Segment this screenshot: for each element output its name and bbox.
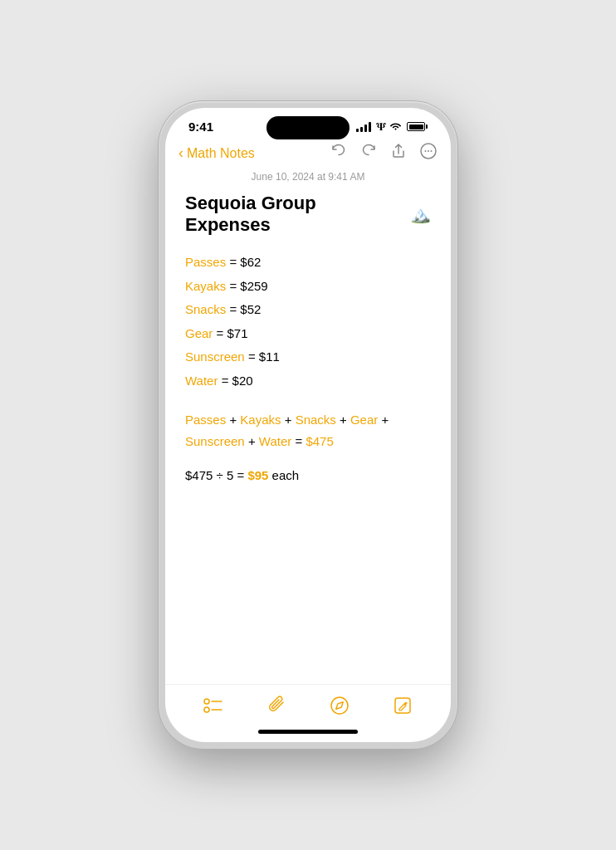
svg-point-6 <box>204 707 209 712</box>
expense-sunscreen: Sunscreen = $11 <box>185 345 431 369</box>
svg-point-8 <box>331 697 348 714</box>
dynamic-island <box>266 116 350 139</box>
redo-button[interactable] <box>359 142 378 164</box>
phone-frame: 9:41 𝚿 <box>159 101 457 749</box>
home-bar <box>258 730 358 734</box>
expense-water: Water = $20 <box>185 369 431 393</box>
status-bar: 9:41 𝚿 <box>165 108 451 139</box>
checklist-icon[interactable] <box>203 696 225 715</box>
nav-bar: ‹ Math Notes <box>165 139 451 171</box>
phone-screen: 9:41 𝚿 <box>165 108 451 742</box>
chevron-left-icon: ‹ <box>178 144 183 162</box>
back-button[interactable]: ‹ Math Notes <box>178 144 255 162</box>
signal-icon <box>356 122 371 132</box>
expense-passes: Passes = $62 <box>185 251 431 275</box>
nav-action-icons <box>330 142 438 164</box>
formula-line-1: Passes + Kayaks + Snacks + Gear + <box>185 409 431 431</box>
wifi-icon: 𝚿 <box>376 120 402 134</box>
battery-icon <box>407 122 428 131</box>
paperclip-icon[interactable] <box>268 695 286 716</box>
formula-line-2: Sunscreen + Water = $475 <box>185 431 431 452</box>
expenses-list: Passes = $62 Kayaks = $259 Snacks = $52 … <box>185 251 431 393</box>
status-time: 9:41 <box>188 120 213 134</box>
status-icons: 𝚿 <box>356 120 428 134</box>
svg-point-2 <box>428 150 429 152</box>
expense-gear: Gear = $71 <box>185 322 431 346</box>
expense-kayaks: Kayaks = $259 <box>185 275 431 299</box>
undo-button[interactable] <box>330 142 348 164</box>
nav-back-label: Math Notes <box>187 146 255 161</box>
calc-line: $475 ÷ 5 = $95 each <box>185 468 431 482</box>
bottom-toolbar <box>165 684 451 725</box>
home-indicator <box>165 725 451 742</box>
compass-icon[interactable] <box>330 696 350 716</box>
note-content: June 10, 2024 at 9:41 AM Sequoia Group E… <box>165 171 451 684</box>
note-title: Sequoia Group Expenses 🏔️ <box>185 193 431 236</box>
date-stamp: June 10, 2024 at 9:41 AM <box>185 171 431 183</box>
share-button[interactable] <box>389 142 408 164</box>
formula-block: Passes + Kayaks + Snacks + Gear + Sunscr… <box>185 409 431 452</box>
svg-point-4 <box>204 699 209 704</box>
expense-snacks: Snacks = $52 <box>185 298 431 322</box>
edit-icon[interactable] <box>393 696 413 716</box>
svg-point-3 <box>431 150 433 152</box>
title-emoji: 🏔️ <box>410 204 431 224</box>
more-button[interactable] <box>419 142 438 164</box>
svg-point-1 <box>425 150 427 152</box>
